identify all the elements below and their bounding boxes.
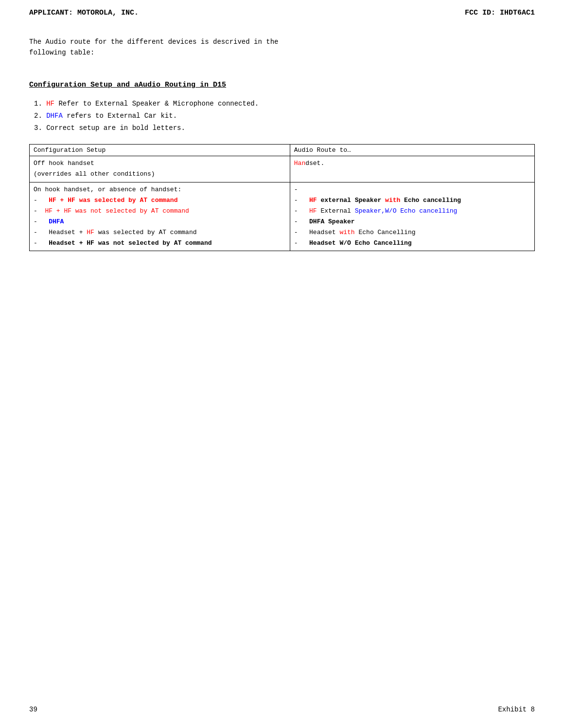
- notes-list: 1. HF Refer to External Speaker & Microp…: [29, 98, 535, 135]
- note-dhfa-label: DHFA: [46, 112, 63, 120]
- handset-color-han: Han: [294, 160, 305, 167]
- applicant-name: APPLICANT: MOTOROLA, INC.: [29, 9, 139, 17]
- table-row-off-hook: Off hook handset (overrides all other co…: [30, 156, 535, 182]
- table-cell-on-hook-left: On hook handset, or absence of handset: …: [30, 182, 290, 251]
- intro-line1: The Audio route for the different device…: [29, 38, 278, 46]
- on-hook-line5-bold: Headset + HF was not selected by AT comm…: [49, 239, 212, 247]
- on-hook-line2: HF + HF was not selected by AT command: [45, 207, 189, 215]
- exhibit-label: Exhibit 8: [498, 706, 535, 713]
- intro-line2: following table:: [29, 49, 94, 56]
- fcc-id: FCC ID: IHDT6AC1: [465, 9, 535, 17]
- intro-text: The Audio route for the different device…: [29, 36, 535, 58]
- note-item-3: 3. Correct setup are in bold letters.: [34, 122, 535, 134]
- note-number-3: 3. Correct setup are in bold letters.: [34, 124, 185, 132]
- note-hf-label: HF: [46, 100, 54, 108]
- on-hook-line1-bold: HF + HF was selected by AT command: [49, 197, 177, 204]
- audio-line2: HF: [309, 207, 317, 215]
- table-cell-off-hook-right: Handset.: [290, 156, 534, 182]
- on-hook-line3-bold: DHFA: [49, 218, 64, 225]
- note-item-1: 1. HF Refer to External Speaker & Microp…: [34, 98, 535, 110]
- audio-line2-rest: External Speaker,W/O Echo cancelling: [317, 207, 458, 215]
- page-header: APPLICANT: MOTOROLA, INC. FCC ID: IHDT6A…: [0, 0, 564, 22]
- note-item-2: 2. DHFA refers to External Car kit.: [34, 110, 535, 122]
- handset-rest: dset.: [305, 160, 324, 167]
- audio-line3-bold: DHFA Speaker: [309, 218, 355, 225]
- section-title: Configuration Setup and aAudio Routing i…: [29, 81, 535, 89]
- config-table: Configuration Setup Audio Route to… Off …: [29, 144, 535, 251]
- note-1-text: Refer to External Speaker & Microphone c…: [54, 100, 259, 108]
- table-row-on-hook: On hook handset, or absence of handset: …: [30, 182, 535, 251]
- note-number-1: 1.: [34, 100, 46, 108]
- table-header-audio: Audio Route to…: [290, 145, 534, 156]
- note-2-text: refers to External Car kit.: [63, 112, 177, 120]
- table-header-config: Configuration Setup: [30, 145, 290, 156]
- table-cell-off-hook-left: Off hook handset (overrides all other co…: [30, 156, 290, 182]
- audio-line5-bold: Headset W/O Echo Cancelling: [309, 239, 412, 247]
- note-number-2: 2.: [34, 112, 46, 120]
- main-content: The Audio route for the different device…: [0, 22, 564, 295]
- page-number: 39: [29, 706, 37, 713]
- table-cell-on-hook-right: - - HF external Speaker with Echo cancel…: [290, 182, 534, 251]
- table-header-row: Configuration Setup Audio Route to…: [30, 145, 535, 156]
- audio-line4: Headset with Echo Cancelling: [309, 229, 415, 236]
- page-footer: 39 Exhibit 8: [0, 706, 564, 713]
- on-hook-line4: Headset + HF was selected by AT command: [49, 229, 196, 236]
- audio-line1-bold: HF external Speaker with Echo cancelling: [309, 197, 461, 204]
